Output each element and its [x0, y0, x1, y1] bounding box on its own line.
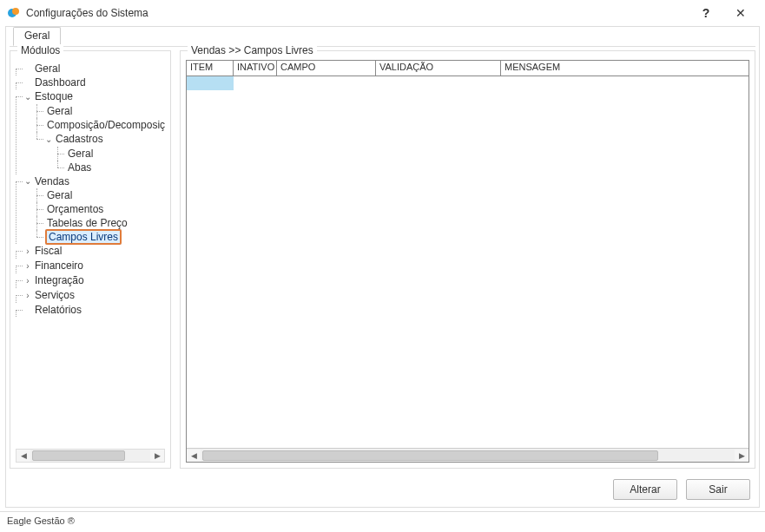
tree-item-estoque-geral[interactable]: Geral — [36, 104, 165, 118]
app-icon — [7, 6, 21, 20]
scroll-left-icon[interactable]: ◀ — [187, 450, 201, 462]
tree-item-geral[interactable]: Geral — [16, 62, 165, 76]
scroll-thumb[interactable] — [32, 450, 125, 461]
status-text: Eagle Gestão ® — [7, 516, 75, 526]
svg-point-1 — [12, 8, 19, 15]
tab-content: Módulos Geral Dashboard ⌄Estoque Geral C… — [10, 46, 755, 469]
grid-horizontal-scrollbar[interactable]: ◀ ▶ — [187, 448, 749, 462]
scroll-left-icon[interactable]: ◀ — [16, 450, 30, 462]
col-inativo[interactable]: INATIVO — [234, 61, 277, 76]
tree-item-financeiro[interactable]: ›Financeiro — [16, 259, 165, 273]
grid-header: ITEM INATIVO CAMPO VALIDAÇÃO MENSAGEM — [187, 61, 749, 76]
tab-geral[interactable]: Geral — [13, 27, 61, 46]
tree-item-estoque-cadastros[interactable]: ⌄Cadastros Geral Abas — [36, 132, 165, 174]
status-bar: Eagle Gestão ® — [0, 511, 765, 532]
sair-button[interactable]: Sair — [686, 479, 750, 500]
col-mensagem[interactable]: MENSAGEM — [501, 61, 749, 76]
grid-row[interactable] — [187, 76, 749, 90]
tree-item-fiscal[interactable]: ›Fiscal — [16, 244, 165, 259]
alterar-button[interactable]: Alterar — [613, 479, 677, 500]
col-item[interactable]: ITEM — [187, 61, 234, 76]
titlebar: Configurações do Sistema ? ✕ — [0, 0, 765, 26]
chevron-right-icon[interactable]: › — [23, 245, 33, 259]
tree-item-vendas-campos-livres[interactable]: Campos Livres — [36, 230, 165, 244]
window-title: Configurações do Sistema — [26, 7, 148, 19]
tree-item-cadastros-abas[interactable]: Abas — [57, 161, 165, 174]
modules-legend: Módulos — [17, 44, 63, 56]
col-validacao[interactable]: VALIDAÇÃO — [376, 61, 501, 76]
tree-item-vendas-tabelas[interactable]: Tabelas de Preço — [36, 216, 165, 230]
col-campo[interactable]: CAMPO — [277, 61, 376, 76]
content-breadcrumb: Vendas >> Campos Livres — [188, 44, 317, 56]
chevron-right-icon[interactable]: › — [23, 274, 33, 288]
tree-item-cadastros-geral[interactable]: Geral — [57, 147, 165, 161]
grid-body[interactable] — [187, 76, 749, 448]
help-icon: ? — [702, 6, 710, 20]
content-groupbox: Vendas >> Campos Livres ITEM INATIVO CAM… — [180, 50, 755, 469]
tree-item-servicos[interactable]: ›Serviços — [16, 288, 165, 303]
dialog-buttons: Alterar Sair — [613, 479, 750, 500]
help-button[interactable]: ? — [689, 0, 723, 26]
chevron-down-icon[interactable]: ⌄ — [23, 174, 33, 188]
client-area: Geral Módulos Geral Dashboard ⌄Estoque G… — [5, 26, 760, 508]
modules-groupbox: Módulos Geral Dashboard ⌄Estoque Geral C… — [10, 50, 171, 469]
modules-tree: Geral Dashboard ⌄Estoque Geral Composiçã… — [16, 60, 165, 445]
tree-item-vendas[interactable]: ⌄Vendas Geral Orçamentos Tabelas de Preç… — [16, 174, 165, 245]
tree-item-integracao[interactable]: ›Integração — [16, 273, 165, 288]
chevron-right-icon[interactable]: › — [23, 259, 33, 273]
tree-item-estoque[interactable]: ⌄Estoque Geral Composição/Decomposição ⌄… — [16, 89, 165, 174]
tree-item-relatorios[interactable]: Relatórios — [16, 303, 165, 317]
close-icon: ✕ — [735, 6, 746, 20]
tree-item-vendas-orcamentos[interactable]: Orçamentos — [36, 202, 165, 216]
chevron-down-icon[interactable]: ⌄ — [23, 90, 33, 104]
tab-strip: Geral — [13, 26, 61, 45]
close-button[interactable]: ✕ — [723, 0, 758, 26]
tree-item-estoque-comp[interactable]: Composição/Decomposição — [36, 118, 165, 132]
scroll-right-icon[interactable]: ▶ — [150, 450, 164, 462]
tree-item-vendas-geral[interactable]: Geral — [36, 188, 165, 202]
scroll-thumb[interactable] — [202, 450, 658, 461]
tree-horizontal-scrollbar[interactable]: ◀ ▶ — [16, 449, 165, 463]
grid-cell-selected[interactable] — [187, 76, 234, 90]
tree-item-dashboard[interactable]: Dashboard — [16, 76, 165, 89]
chevron-down-icon[interactable]: ⌄ — [43, 133, 54, 147]
scroll-right-icon[interactable]: ▶ — [735, 450, 749, 462]
fields-grid[interactable]: ITEM INATIVO CAMPO VALIDAÇÃO MENSAGEM ◀ … — [186, 60, 749, 463]
chevron-right-icon[interactable]: › — [23, 289, 33, 303]
